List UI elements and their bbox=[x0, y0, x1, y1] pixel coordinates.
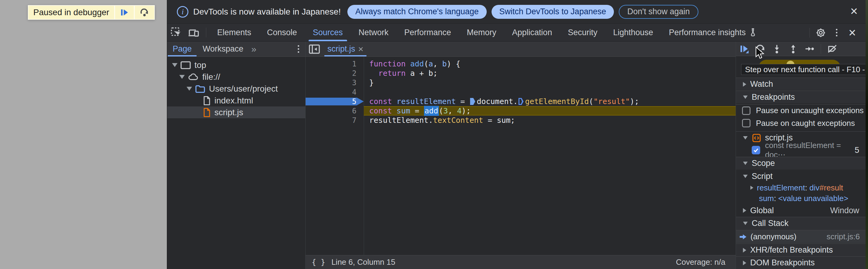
resume-script-button[interactable] bbox=[114, 6, 134, 19]
tab-console[interactable]: Console bbox=[259, 24, 305, 41]
tab-lighthouse[interactable]: Lighthouse bbox=[605, 24, 661, 41]
tree-item-file-scheme[interactable]: file:// bbox=[167, 71, 305, 83]
sidebar-tab-row: Page Workspace » bbox=[167, 42, 305, 57]
code-line[interactable]: 1function add(a, b) { bbox=[306, 59, 736, 69]
tree-item-index-html[interactable]: index.html bbox=[167, 95, 305, 106]
pause-on-caught-row[interactable]: Pause on caught exceptions bbox=[736, 117, 866, 129]
step-over-banner-button[interactable] bbox=[134, 6, 154, 19]
expanded-triangle-icon[interactable] bbox=[743, 222, 747, 225]
collapsed-triangle-icon[interactable] bbox=[750, 186, 753, 190]
section-watch[interactable]: Watch bbox=[736, 78, 866, 90]
collapsed-triangle-icon[interactable] bbox=[743, 248, 746, 252]
frame-icon bbox=[181, 61, 191, 70]
section-dom-breakpoints[interactable]: DOM Breakpoints bbox=[736, 256, 866, 269]
pretty-print-icon[interactable]: { } bbox=[312, 258, 325, 267]
tab-elements[interactable]: Elements bbox=[209, 24, 259, 41]
expand-triangle-icon[interactable] bbox=[172, 63, 178, 67]
code-line[interactable]: 2 return a + b; bbox=[306, 69, 736, 78]
sources-sidebar: Page Workspace » top file:// bbox=[167, 42, 306, 269]
code-line[interactable]: 7resultElement.textContent = sum; bbox=[306, 115, 736, 125]
collapsed-triangle-icon[interactable] bbox=[743, 82, 746, 86]
editor-tab-script-js[interactable]: script.js × bbox=[323, 42, 368, 56]
debugger-toolbar-separator bbox=[821, 44, 821, 54]
settings-gear-icon[interactable] bbox=[813, 27, 829, 38]
section-scope[interactable]: Scope bbox=[736, 157, 866, 169]
checkbox-label: Pause on caught exceptions bbox=[756, 118, 855, 128]
code-line[interactable]: 3} bbox=[306, 78, 736, 87]
deactivate-breakpoints-button[interactable] bbox=[824, 42, 840, 56]
expanded-triangle-icon[interactable] bbox=[743, 96, 747, 99]
resume-icon bbox=[120, 8, 129, 17]
devtools-close-icon[interactable]: × bbox=[844, 26, 860, 39]
scope-group-label: Script bbox=[752, 172, 773, 181]
scope-var-result-element[interactable]: resultElement: div#result bbox=[736, 182, 866, 193]
scope-var-sum[interactable]: sum: <value unavailable> bbox=[736, 193, 866, 204]
dont-show-again-button[interactable]: Don't show again bbox=[619, 5, 698, 19]
more-options-kebab-icon[interactable] bbox=[829, 27, 844, 38]
expanded-triangle-icon[interactable] bbox=[743, 136, 747, 139]
checkbox-checked[interactable] bbox=[752, 146, 760, 154]
variable-value: <value unavailable> bbox=[778, 194, 848, 203]
line-number[interactable]: 3 bbox=[306, 79, 364, 87]
tab-application[interactable]: Application bbox=[504, 24, 560, 41]
toolbar-separator bbox=[206, 28, 206, 37]
tab-performance[interactable]: Performance bbox=[397, 24, 459, 41]
editor-tab-close-icon[interactable]: × bbox=[358, 44, 364, 54]
notification-close-icon[interactable]: × bbox=[850, 5, 858, 18]
line-number[interactable]: 7 bbox=[306, 116, 364, 125]
step-button[interactable] bbox=[801, 42, 818, 56]
always-match-language-button[interactable]: Always match Chrome's language bbox=[347, 5, 486, 19]
step-over-icon bbox=[140, 8, 149, 17]
line-number[interactable]: 1 bbox=[306, 60, 364, 68]
expanded-triangle-icon[interactable] bbox=[743, 174, 747, 178]
section-breakpoints[interactable]: Breakpoints bbox=[736, 91, 866, 103]
tab-sources[interactable]: Sources bbox=[305, 24, 351, 41]
checkbox-label: Pause on uncaught exceptions bbox=[756, 106, 864, 115]
expand-triangle-icon[interactable] bbox=[187, 87, 192, 91]
call-stack-frame-row[interactable]: (anonymous) script.js:6 bbox=[736, 230, 866, 243]
scope-script-group[interactable]: Script bbox=[736, 170, 866, 182]
code-line-execution[interactable]: 6const sum = add(3, 4); bbox=[306, 106, 736, 115]
tab-memory[interactable]: Memory bbox=[459, 24, 504, 41]
line-number[interactable]: 2 bbox=[306, 69, 364, 78]
debugger-toolbar bbox=[736, 42, 866, 56]
code-line-content: } bbox=[364, 78, 736, 87]
step-into-button[interactable] bbox=[769, 42, 785, 56]
section-label: Watch bbox=[750, 79, 773, 89]
line-number[interactable]: 4 bbox=[306, 88, 364, 97]
pause-on-uncaught-row[interactable]: Pause on uncaught exceptions bbox=[736, 104, 866, 116]
expand-triangle-icon[interactable] bbox=[179, 75, 185, 79]
switch-to-japanese-button[interactable]: Switch DevTools to Japanese bbox=[492, 5, 614, 19]
collapsed-triangle-icon[interactable] bbox=[743, 261, 746, 265]
collapsed-triangle-icon[interactable] bbox=[743, 208, 746, 213]
tab-workspace[interactable]: Workspace bbox=[197, 42, 249, 56]
resume-script-execution-button[interactable] bbox=[736, 42, 752, 56]
inspect-element-button[interactable] bbox=[167, 24, 185, 41]
checkbox-unchecked[interactable] bbox=[742, 106, 750, 115]
step-out-button[interactable] bbox=[785, 42, 801, 56]
device-toolbar-button[interactable] bbox=[185, 24, 203, 41]
section-call-stack[interactable]: Call Stack bbox=[736, 217, 866, 230]
code-line-content: function add(a, b) { bbox=[364, 59, 736, 69]
tab-security[interactable]: Security bbox=[560, 24, 606, 41]
code-editor[interactable]: 1function add(a, b) { 2 return a + b; 3}… bbox=[306, 57, 736, 255]
tree-item-script-js[interactable]: script.js bbox=[167, 106, 305, 118]
code-line-with-breakpoint[interactable]: 5const resultElement = document.getEleme… bbox=[306, 97, 736, 106]
breakpoint-entry-row[interactable]: const resultElement = doc⋯ 5 bbox=[736, 144, 866, 156]
more-tabs-chevron[interactable]: » bbox=[249, 44, 259, 54]
breakpoint-flag[interactable]: 5 bbox=[306, 97, 364, 106]
expanded-triangle-icon[interactable] bbox=[743, 162, 747, 165]
line-number[interactable]: 6 bbox=[306, 107, 364, 115]
tree-item-top[interactable]: top bbox=[167, 59, 305, 71]
toggle-navigator-panel-icon[interactable] bbox=[306, 44, 323, 54]
scope-global-group[interactable]: Global Window bbox=[736, 205, 866, 217]
tab-performance-insights[interactable]: Performance insights bbox=[661, 24, 765, 41]
cursor-position-label: Line 6, Column 15 bbox=[331, 258, 395, 267]
tab-page[interactable]: Page bbox=[167, 42, 197, 56]
code-line[interactable]: 4 bbox=[306, 87, 736, 97]
section-xhr-breakpoints[interactable]: XHR/fetch Breakpoints bbox=[736, 244, 866, 256]
sidebar-kebab-icon[interactable] bbox=[296, 43, 301, 55]
tree-item-folder[interactable]: Users/user/project bbox=[167, 83, 305, 95]
tab-network[interactable]: Network bbox=[351, 24, 397, 41]
checkbox-unchecked[interactable] bbox=[742, 119, 750, 127]
